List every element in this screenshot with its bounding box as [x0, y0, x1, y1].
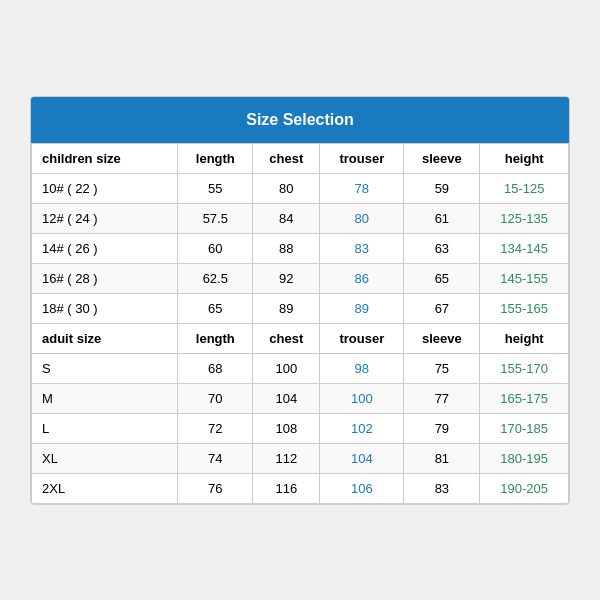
cell-children-length: 60 — [178, 233, 253, 263]
col-header-adult-length: length — [178, 323, 253, 353]
children-row: 18# ( 30 ) 65 89 89 67 155-165 — [32, 293, 569, 323]
adult-row: L 72 108 102 79 170-185 — [32, 413, 569, 443]
cell-children-size: 14# ( 26 ) — [32, 233, 178, 263]
col-header-sleeve: sleeve — [404, 143, 480, 173]
cell-adult-sleeve: 83 — [404, 473, 480, 503]
size-table: children size length chest trouser sleev… — [31, 143, 569, 504]
col-header-height: height — [480, 143, 569, 173]
cell-adult-sleeve: 79 — [404, 413, 480, 443]
cell-adult-length: 76 — [178, 473, 253, 503]
cell-adult-height: 170-185 — [480, 413, 569, 443]
cell-children-length: 57.5 — [178, 203, 253, 233]
cell-children-length: 55 — [178, 173, 253, 203]
cell-children-height: 134-145 — [480, 233, 569, 263]
cell-adult-height: 165-175 — [480, 383, 569, 413]
cell-children-sleeve: 61 — [404, 203, 480, 233]
cell-adult-trouser: 98 — [320, 353, 404, 383]
cell-adult-height: 155-170 — [480, 353, 569, 383]
cell-adult-size: XL — [32, 443, 178, 473]
cell-adult-height: 190-205 — [480, 473, 569, 503]
cell-adult-chest: 112 — [253, 443, 320, 473]
adult-row: S 68 100 98 75 155-170 — [32, 353, 569, 383]
col-header-adult-height: height — [480, 323, 569, 353]
col-header-adult-trouser: trouser — [320, 323, 404, 353]
cell-adult-trouser: 100 — [320, 383, 404, 413]
cell-children-height: 145-155 — [480, 263, 569, 293]
adult-row: M 70 104 100 77 165-175 — [32, 383, 569, 413]
col-header-trouser: trouser — [320, 143, 404, 173]
cell-children-trouser: 86 — [320, 263, 404, 293]
cell-adult-length: 68 — [178, 353, 253, 383]
col-header-adult-size: aduit size — [32, 323, 178, 353]
adult-header-row: aduit size length chest trouser sleeve h… — [32, 323, 569, 353]
cell-children-size: 10# ( 22 ) — [32, 173, 178, 203]
cell-children-sleeve: 63 — [404, 233, 480, 263]
cell-adult-chest: 108 — [253, 413, 320, 443]
cell-children-trouser: 89 — [320, 293, 404, 323]
adult-row: 2XL 76 116 106 83 190-205 — [32, 473, 569, 503]
cell-adult-chest: 116 — [253, 473, 320, 503]
cell-adult-length: 72 — [178, 413, 253, 443]
cell-children-trouser: 80 — [320, 203, 404, 233]
col-header-adult-chest: chest — [253, 323, 320, 353]
children-row: 12# ( 24 ) 57.5 84 80 61 125-135 — [32, 203, 569, 233]
cell-children-trouser: 78 — [320, 173, 404, 203]
adult-row: XL 74 112 104 81 180-195 — [32, 443, 569, 473]
col-header-adult-sleeve: sleeve — [404, 323, 480, 353]
cell-children-chest: 84 — [253, 203, 320, 233]
size-chart-card: Size Selection children size length ches… — [30, 96, 570, 505]
cell-children-length: 62.5 — [178, 263, 253, 293]
title-bar: Size Selection — [31, 97, 569, 143]
col-header-chest: chest — [253, 143, 320, 173]
cell-adult-chest: 104 — [253, 383, 320, 413]
cell-children-size: 16# ( 28 ) — [32, 263, 178, 293]
chart-title: Size Selection — [246, 111, 354, 128]
cell-children-height: 155-165 — [480, 293, 569, 323]
cell-adult-trouser: 106 — [320, 473, 404, 503]
children-row: 10# ( 22 ) 55 80 78 59 15-125 — [32, 173, 569, 203]
children-row: 16# ( 28 ) 62.5 92 86 65 145-155 — [32, 263, 569, 293]
cell-adult-size: S — [32, 353, 178, 383]
col-header-children-size: children size — [32, 143, 178, 173]
cell-adult-size: M — [32, 383, 178, 413]
col-header-length: length — [178, 143, 253, 173]
cell-adult-sleeve: 77 — [404, 383, 480, 413]
cell-children-height: 125-135 — [480, 203, 569, 233]
cell-children-size: 12# ( 24 ) — [32, 203, 178, 233]
cell-children-trouser: 83 — [320, 233, 404, 263]
cell-children-height: 15-125 — [480, 173, 569, 203]
cell-adult-size: 2XL — [32, 473, 178, 503]
cell-children-chest: 88 — [253, 233, 320, 263]
cell-children-length: 65 — [178, 293, 253, 323]
cell-children-chest: 80 — [253, 173, 320, 203]
cell-adult-sleeve: 81 — [404, 443, 480, 473]
cell-adult-trouser: 102 — [320, 413, 404, 443]
cell-children-sleeve: 65 — [404, 263, 480, 293]
cell-children-chest: 92 — [253, 263, 320, 293]
cell-adult-size: L — [32, 413, 178, 443]
children-row: 14# ( 26 ) 60 88 83 63 134-145 — [32, 233, 569, 263]
cell-children-chest: 89 — [253, 293, 320, 323]
cell-adult-chest: 100 — [253, 353, 320, 383]
cell-children-sleeve: 59 — [404, 173, 480, 203]
children-header-row: children size length chest trouser sleev… — [32, 143, 569, 173]
cell-children-size: 18# ( 30 ) — [32, 293, 178, 323]
cell-adult-sleeve: 75 — [404, 353, 480, 383]
cell-adult-length: 74 — [178, 443, 253, 473]
cell-adult-length: 70 — [178, 383, 253, 413]
cell-adult-height: 180-195 — [480, 443, 569, 473]
cell-children-sleeve: 67 — [404, 293, 480, 323]
cell-adult-trouser: 104 — [320, 443, 404, 473]
